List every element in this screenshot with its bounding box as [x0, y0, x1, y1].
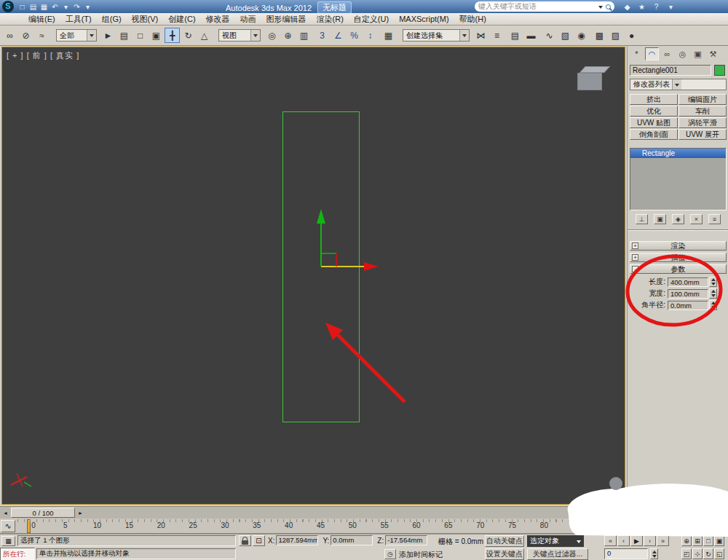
motion-tab[interactable]: ◎	[676, 47, 689, 60]
rollout-header[interactable]: + 插值	[630, 253, 727, 262]
modifier-set-button[interactable]: 编辑面片	[678, 94, 727, 105]
orbit-icon[interactable]: ↻	[703, 548, 713, 559]
pin-stack-icon[interactable]: ⊥	[636, 214, 648, 224]
object-name-field[interactable]: Rectangle001	[630, 65, 711, 76]
favorites-star-icon[interactable]: ★	[637, 1, 646, 12]
viewcube-front-face[interactable]	[577, 73, 602, 90]
modifier-list-dropdown[interactable]: 修改器列表	[630, 79, 727, 90]
time-tag-clock-icon[interactable]: ◷	[384, 549, 396, 559]
redo-icon[interactable]: ↷	[72, 1, 82, 12]
viewport-label[interactable]: [ + ] [ 前 ] [ 真实 ]	[7, 50, 79, 61]
next-frame-arrow[interactable]: ►	[76, 508, 85, 518]
track-bar-ruler[interactable]: ∿ 051015202530354045505560657075808590	[0, 518, 627, 534]
add-time-tag[interactable]: 添加时间标记	[399, 550, 443, 560]
param-spinner[interactable]	[709, 277, 717, 287]
coord-value-field[interactable]: -17.564mm	[385, 535, 427, 545]
pan-icon[interactable]: ⊹	[692, 548, 703, 559]
align-icon[interactable]: ≡	[489, 28, 505, 43]
absolute-offset-toggle-icon[interactable]: ⊡	[253, 535, 265, 546]
window-crossing-toggle-icon[interactable]: ▣	[149, 28, 164, 43]
menu-item[interactable]: 修改器	[201, 14, 235, 25]
angle-snap-icon[interactable]: ∠	[331, 28, 346, 43]
menu-item[interactable]: 创建(C)	[163, 14, 200, 25]
search-caret-icon[interactable]	[598, 6, 603, 11]
menu-item[interactable]: 帮助(H)	[454, 14, 491, 25]
render-production-icon[interactable]: ●	[624, 28, 639, 43]
create-tab[interactable]: *	[630, 47, 644, 60]
menu-item[interactable]: 组(G)	[97, 14, 127, 25]
modifier-set-button[interactable]: 倒角剖面	[630, 129, 678, 140]
render-setup-icon[interactable]: ▩	[592, 28, 607, 43]
percent-snap-icon[interactable]: %	[347, 28, 362, 43]
rectangle-shape[interactable]	[282, 111, 360, 422]
configure-modifier-sets-icon[interactable]: ≡	[708, 214, 721, 224]
frame-spinner[interactable]	[650, 548, 658, 559]
menu-item[interactable]: MAXScript(M)	[394, 15, 454, 23]
menu-item[interactable]: 工具(T)	[60, 14, 97, 25]
mirror-icon[interactable]: ⋈	[473, 28, 488, 43]
select-object-icon[interactable]: ►	[100, 28, 116, 43]
hierarchy-tab[interactable]: ∞	[660, 47, 674, 60]
rollout-header[interactable]: - 参数	[630, 264, 727, 274]
menu-item[interactable]: 自定义(U)	[349, 14, 394, 25]
coord-value-field[interactable]: 0.0mm	[331, 535, 373, 545]
make-unique-icon[interactable]: ◈	[672, 214, 684, 224]
modifier-set-button[interactable]: UVW 贴图	[630, 117, 678, 128]
show-end-result-icon[interactable]: ▣	[654, 214, 666, 224]
previous-frame-button[interactable]: ‹	[617, 535, 630, 546]
dropdown-caret-icon[interactable]	[250, 30, 260, 41]
modifier-stack[interactable]: Rectangle	[630, 148, 727, 210]
rectangular-selection-region-icon[interactable]: □	[132, 28, 148, 43]
selection-lock-icon[interactable]	[239, 535, 251, 546]
dropdown-caret-icon[interactable]	[87, 30, 96, 41]
modify-tab[interactable]: ◠	[645, 47, 659, 60]
new-scene-icon[interactable]: □	[17, 1, 27, 12]
remove-modifier-icon[interactable]: ×	[690, 214, 703, 224]
selection-filter-dropdown[interactable]: 全部	[56, 29, 97, 42]
maxscript-mini-listener[interactable]: 所在行:	[0, 548, 35, 560]
undo-icon[interactable]: ↶	[50, 1, 60, 12]
graphite-ribbon-toggle-icon[interactable]: ▬	[523, 28, 539, 43]
undo-dropdown-caret-icon[interactable]: ▾	[61, 1, 71, 12]
zoom-icon[interactable]: ⊕	[681, 535, 692, 546]
viewcube-top-face[interactable]	[579, 66, 610, 73]
bind-to-space-warp-icon[interactable]: ≈	[34, 28, 50, 43]
param-value-field[interactable]: 400.0mm	[668, 277, 708, 287]
select-and-manipulate-icon[interactable]: ⊕	[280, 28, 296, 43]
modifier-set-button[interactable]: 车削	[678, 106, 727, 117]
named-selection-set-dropdown[interactable]: 创建选择集	[403, 29, 470, 42]
key-mode-dropdown[interactable]: 选定对象	[527, 535, 584, 547]
rendered-frame-window-icon[interactable]: ▨	[608, 28, 623, 43]
rollout-expand-icon[interactable]: -	[632, 266, 638, 272]
current-frame-field[interactable]: 0	[604, 548, 648, 559]
select-and-rotate-icon[interactable]: ↻	[181, 28, 196, 43]
help-icon[interactable]: ?	[652, 1, 661, 12]
reference-coordinate-dropdown[interactable]: 视图	[218, 29, 261, 42]
communication-center-icon[interactable]: ◆	[622, 1, 632, 12]
viewcube[interactable]	[576, 66, 609, 95]
curve-editor-icon[interactable]: ∿	[542, 28, 557, 43]
coord-value-field[interactable]: 1287.594mm	[276, 535, 318, 545]
zoom-region-icon[interactable]: ◰	[681, 548, 692, 559]
menu-item[interactable]: 动画	[235, 14, 261, 25]
modifier-set-button[interactable]: 挤出	[630, 94, 678, 105]
param-spinner[interactable]	[709, 288, 717, 299]
select-and-uniform-scale-icon[interactable]: △	[197, 28, 212, 43]
rollout-header[interactable]: + 渲染	[630, 241, 727, 251]
select-by-name-icon[interactable]: ▤	[116, 28, 132, 43]
go-to-end-button[interactable]: »	[657, 535, 669, 546]
param-spinner[interactable]	[709, 300, 717, 310]
menu-item[interactable]: 图形编辑器	[261, 14, 312, 25]
schematic-view-icon[interactable]: ▧	[558, 28, 573, 43]
key-filters-button[interactable]: 关键点过滤器...	[527, 548, 588, 560]
edit-named-selection-sets-icon[interactable]: ▦	[381, 28, 396, 43]
next-frame-button[interactable]: ›	[644, 535, 656, 546]
dropdown-caret-icon[interactable]	[577, 540, 581, 545]
app-logo-icon[interactable]: S	[2, 1, 14, 12]
redo-dropdown-caret-icon[interactable]: ▾	[83, 1, 92, 12]
use-pivot-point-center-icon[interactable]: ◎	[264, 28, 280, 43]
maxscript-listener-icon[interactable]: ▦	[1, 536, 15, 546]
mini-curve-editor-icon[interactable]: ∿	[1, 520, 15, 532]
modifier-set-button[interactable]: 涡轮平滑	[678, 117, 727, 128]
time-slider[interactable]: 0 / 100	[11, 508, 75, 518]
